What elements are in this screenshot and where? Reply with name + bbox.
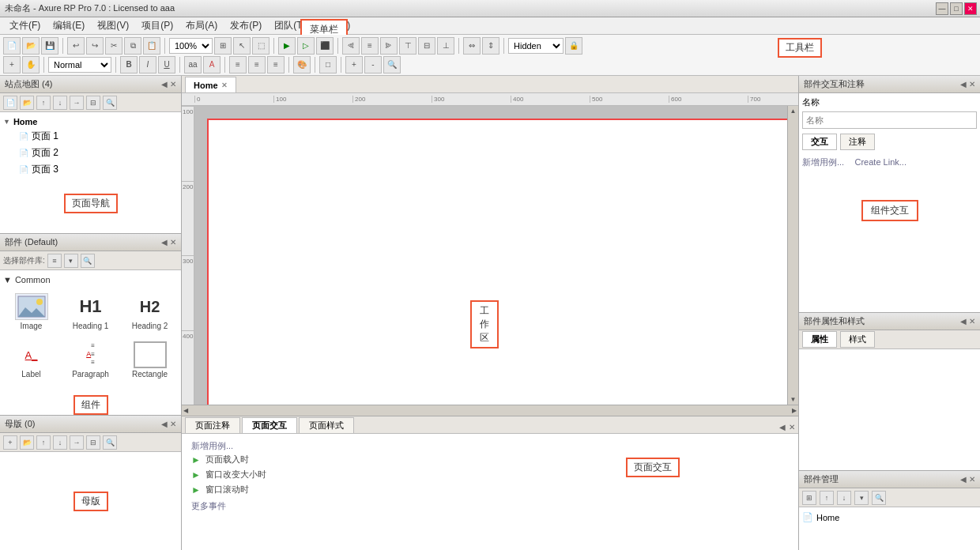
menu-layout[interactable]: 布局(A): [179, 17, 224, 34]
sitemap-open[interactable]: 📂: [20, 96, 34, 110]
hidden-select[interactable]: Hidden Visible: [508, 38, 564, 54]
interaction-add-link[interactable]: 新增用例...: [802, 157, 844, 167]
tb-search2[interactable]: 🔍: [383, 56, 401, 73]
bottom-tab-style[interactable]: 页面样式: [299, 417, 354, 433]
canvas-tab-home[interactable]: Home ✕: [185, 77, 236, 92]
comp-menu[interactable]: ≡: [47, 254, 62, 268]
interaction-tab-annotation[interactable]: 注释: [840, 134, 875, 150]
menu-file[interactable]: 文件(F): [3, 17, 47, 34]
close-button[interactable]: ✕: [964, 2, 977, 15]
comp-h2[interactable]: H2 Heading 2: [122, 289, 178, 334]
master-down[interactable]: ↓: [53, 435, 67, 450]
tb-hand[interactable]: ✋: [22, 56, 40, 73]
minimize-button[interactable]: —: [936, 2, 948, 15]
tb-bold[interactable]: B: [120, 56, 138, 73]
master-search[interactable]: 🔍: [103, 435, 117, 450]
sitemap-close-icon[interactable]: ✕: [170, 80, 176, 89]
comp-rectangle[interactable]: Rectangle: [122, 337, 178, 382]
canvas-scrollbar-v[interactable]: ▲ ▼: [787, 106, 798, 405]
tb-italic[interactable]: I: [139, 56, 156, 73]
components-pin-icon[interactable]: ◀: [161, 238, 168, 247]
tb-align-c[interactable]: ≡: [361, 37, 379, 55]
scroll-h-right[interactable]: ▶: [790, 405, 798, 416]
sitemap-page1[interactable]: 📄 页面 1: [19, 128, 178, 145]
master-open[interactable]: 📂: [20, 435, 34, 450]
properties-pin-icon[interactable]: ◀: [960, 317, 967, 326]
tb-align-r[interactable]: ⫸: [380, 37, 398, 55]
tb-align-l[interactable]: ⫷: [342, 37, 360, 55]
sitemap-search[interactable]: 🔍: [103, 96, 117, 110]
sitemap-up[interactable]: ↑: [36, 96, 51, 110]
properties-tab-attr[interactable]: 属性: [802, 331, 837, 348]
bottom-tab-interaction[interactable]: 页面交互: [242, 417, 297, 433]
comp-mgmt-search[interactable]: 🔍: [872, 491, 886, 505]
comp-mgmt-btn1[interactable]: ⊞: [802, 491, 816, 505]
sitemap-down[interactable]: ↓: [53, 96, 67, 110]
interaction-tab-action[interactable]: 交互: [802, 134, 837, 150]
scroll-v-down[interactable]: ▼: [789, 394, 798, 405]
master-up[interactable]: ↑: [36, 435, 51, 450]
tb-zoom-out[interactable]: -: [364, 56, 382, 73]
tb-border[interactable]: □: [319, 56, 337, 73]
style-select[interactable]: Normal Heading 1: [48, 57, 111, 73]
menu-edit[interactable]: 编辑(E): [47, 17, 91, 34]
master-close-icon[interactable]: ✕: [170, 420, 176, 428]
tb-paste[interactable]: 📋: [143, 37, 160, 55]
tb-add-comp[interactable]: +: [3, 56, 21, 73]
tb-open[interactable]: 📂: [22, 37, 40, 55]
bottom-pin-icon[interactable]: ◀: [779, 423, 786, 431]
interaction-create-link[interactable]: Create Link...: [855, 157, 906, 167]
sitemap-indent[interactable]: →: [70, 96, 84, 110]
comp-down[interactable]: ▾: [64, 254, 78, 268]
comp-paragraph[interactable]: A≡≡≡ Paragraph: [62, 337, 119, 382]
scroll-v-up[interactable]: ▲: [789, 106, 798, 116]
properties-close-icon[interactable]: ✕: [969, 317, 975, 326]
tb-align-b[interactable]: ⊥: [437, 37, 454, 55]
sitemap-pin-icon[interactable]: ◀: [161, 80, 168, 89]
canvas-scrollbar-h[interactable]: ◀ ▶: [182, 405, 798, 416]
tb-new[interactable]: 📄: [3, 37, 21, 55]
components-close-icon[interactable]: ✕: [170, 238, 176, 247]
master-filter[interactable]: ⊟: [86, 435, 100, 450]
interaction-pin-icon[interactable]: ◀: [960, 80, 967, 89]
tb-dist-h[interactable]: ⇔: [463, 37, 481, 55]
bottom-add-case[interactable]: 新增用例...: [191, 441, 233, 450]
tb-text-right[interactable]: ≡: [267, 56, 285, 73]
tb-undo[interactable]: ↩: [67, 37, 85, 55]
tb-align-t[interactable]: ⊤: [399, 37, 416, 55]
comp-section-common[interactable]: ▼ Common: [3, 273, 178, 286]
tb-fill[interactable]: 🎨: [293, 56, 311, 73]
comp-h1[interactable]: H1 Heading 1: [62, 289, 119, 334]
sitemap-add[interactable]: 📄: [3, 96, 17, 110]
comp-mgmt-close-icon[interactable]: ✕: [969, 475, 975, 484]
canvas-tab-home-close[interactable]: ✕: [221, 81, 228, 89]
comp-mgmt-btn2[interactable]: ↑: [820, 491, 834, 505]
master-pin-icon[interactable]: ◀: [161, 420, 168, 428]
comp-label[interactable]: A_ Label: [3, 337, 59, 382]
bottom-close-icon[interactable]: ✕: [789, 423, 795, 431]
master-right[interactable]: →: [70, 435, 84, 450]
canvas[interactable]: 工作区: [194, 106, 787, 405]
tb-text-center[interactable]: ≡: [248, 56, 266, 73]
tb-save[interactable]: 💾: [41, 37, 58, 55]
tb-underline[interactable]: U: [158, 56, 175, 73]
comp-search[interactable]: 🔍: [81, 254, 95, 268]
comp-mgmt-btn3[interactable]: ↓: [837, 491, 851, 505]
master-add[interactable]: +: [3, 435, 17, 450]
tb-fit[interactable]: ⊞: [214, 37, 232, 55]
menu-project[interactable]: 项目(P): [135, 17, 179, 34]
tb-align-m[interactable]: ⊟: [418, 37, 435, 55]
menu-view[interactable]: 视图(V): [91, 17, 135, 34]
sitemap-filter[interactable]: ⊟: [86, 96, 100, 110]
tb-cut[interactable]: ✂: [105, 37, 122, 55]
tb-redo[interactable]: ↪: [86, 37, 104, 55]
tb-lock[interactable]: 🔒: [565, 37, 582, 55]
tb-play[interactable]: ▶: [278, 37, 296, 55]
menu-publish[interactable]: 发布(P): [224, 17, 268, 34]
properties-tab-style[interactable]: 样式: [840, 331, 875, 348]
tb-dist-v[interactable]: ⇕: [482, 37, 499, 55]
zoom-select[interactable]: 100% 75% 50% 150%: [169, 38, 213, 54]
bottom-tab-notes[interactable]: 页面注释: [185, 417, 240, 433]
tb-copy[interactable]: ⧉: [124, 37, 141, 55]
tb-text-left[interactable]: ≡: [229, 56, 247, 73]
